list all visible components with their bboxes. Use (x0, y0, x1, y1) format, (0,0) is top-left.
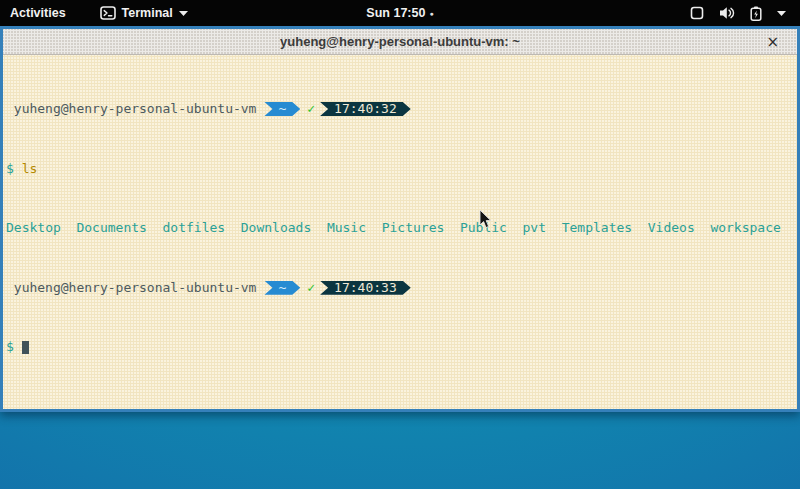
prompt-line-1: yuheng@henry-personal-ubuntu-vm~✓17:40:3… (6, 102, 794, 117)
powerline-path-segment: ~ (264, 281, 300, 295)
activities-button[interactable]: Activities (0, 0, 76, 26)
prompt-symbol: $ (6, 339, 14, 354)
system-chevron-down-icon (777, 11, 786, 16)
terminal-app-icon (100, 6, 116, 20)
list-item: dotfiles (163, 220, 226, 235)
gnome-top-bar: Activities Terminal Sun 17:50 ● (0, 0, 800, 26)
terminal-window: yuheng@henry-personal-ubuntu-vm: ~ × yuh… (0, 26, 800, 412)
chevron-down-icon (179, 11, 188, 16)
terminal-screen[interactable]: yuheng@henry-personal-ubuntu-vm~✓17:40:3… (3, 55, 797, 409)
clock-button[interactable]: Sun 17:50 ● (358, 0, 441, 26)
typed-command: ls (22, 161, 38, 176)
battery-charging-icon (750, 6, 762, 21)
list-item: Videos (648, 220, 695, 235)
list-item: Documents (76, 220, 146, 235)
powerline-time-segment: 17:40:33 (320, 281, 411, 295)
list-item: pvt (523, 220, 546, 235)
list-item: Pictures (382, 220, 445, 235)
app-menu[interactable]: Terminal (94, 0, 194, 26)
window-title: yuheng@henry-personal-ubuntu-vm: ~ (280, 34, 520, 49)
clock-label: Sun 17:50 (366, 6, 425, 20)
check-icon: ✓ (307, 101, 315, 116)
powerline-time-segment: 17:40:32 (320, 102, 411, 116)
list-item: Downloads (241, 220, 311, 235)
prompt-user-host: yuheng@henry-personal-ubuntu-vm (14, 280, 257, 295)
prompt-user-host: yuheng@henry-personal-ubuntu-vm (14, 101, 257, 116)
close-icon[interactable]: × (766, 34, 779, 49)
list-item: Desktop (6, 220, 61, 235)
list-item: Templates (562, 220, 632, 235)
prompt-symbol: $ (6, 161, 14, 176)
window-titlebar[interactable]: yuheng@henry-personal-ubuntu-vm: ~ × (3, 29, 797, 55)
check-icon: ✓ (307, 280, 315, 295)
app-menu-label: Terminal (122, 6, 173, 20)
desktop: { "topbar": { "activities_label": "Activ… (0, 0, 800, 489)
prompt-line-2: yuheng@henry-personal-ubuntu-vm~✓17:40:3… (6, 281, 794, 296)
block-cursor (22, 341, 30, 354)
list-item: workspace (710, 220, 780, 235)
powerline-path-segment: ~ (264, 102, 300, 116)
activities-label: Activities (10, 6, 66, 20)
display-icon (690, 6, 704, 20)
volume-icon (719, 6, 735, 20)
list-item: Public (460, 220, 507, 235)
notification-dot-icon: ● (429, 10, 433, 17)
current-prompt-line: $ (6, 340, 794, 355)
directory-listing: DesktopDocumentsdotfilesDownloadsMusicPi… (6, 221, 794, 236)
list-item: Music (327, 220, 366, 235)
command-line: $ls (6, 162, 794, 177)
system-status-menu[interactable] (690, 0, 800, 26)
top-bar-left: Activities Terminal (0, 0, 194, 26)
